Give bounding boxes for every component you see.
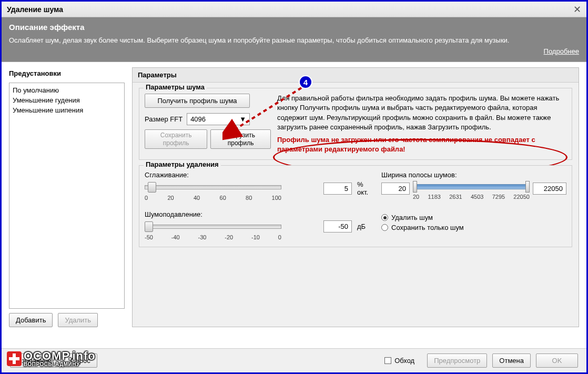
description-title: Описание эффекта [9, 23, 579, 32]
preset-item[interactable]: Уменьшение шипения [13, 105, 121, 115]
smoothing-slider[interactable]: 0 20 40 60 80 100 [145, 181, 281, 196]
reduction-unit: дБ [357, 223, 366, 230]
bandwidth-label: Ширина полосы шумов: [381, 171, 566, 179]
bandwidth-low-input[interactable] [381, 183, 410, 195]
removal-group-title: Параметры удаления [144, 160, 221, 168]
smoothing-input[interactable] [323, 183, 352, 195]
titlebar: Удаление шума ✕ [2, 2, 586, 17]
watermark-sub: ВОПРОСЫ АДМИНУ [24, 362, 96, 367]
radio-icon [381, 224, 388, 231]
profile-warning-text: Профиль шума не загружен или его частота… [277, 135, 566, 154]
bandwidth-high-input[interactable] [533, 183, 566, 195]
tick: 2631 [449, 194, 462, 200]
noise-params-group: Параметры шума Получить профиль шума Раз… [139, 88, 572, 160]
load-profile-button[interactable]: Загрузить профиль [210, 129, 271, 149]
bypass-label: Обход [394, 357, 414, 365]
bandwidth-range[interactable]: 20 1183 2631 4503 7295 22050 [413, 181, 530, 196]
smoothing-slider-thumb[interactable] [148, 182, 156, 193]
mode-keep-label: Сохранить только шум [391, 224, 464, 231]
ok-button[interactable]: OK [536, 353, 578, 368]
get-noise-profile-button[interactable]: Получить профиль шума [145, 94, 250, 108]
tick: 0 [278, 234, 281, 240]
bandwidth-thumb-high[interactable] [525, 181, 530, 193]
mode-keep-radio[interactable]: Сохранить только шум [381, 224, 566, 231]
mode-remove-label: Удалить шум [391, 214, 433, 221]
description-panel: Описание эффекта Ослабляет шум, делая зв… [2, 17, 586, 62]
watermark-main: OCOMP.info [24, 350, 96, 362]
smoothing-label: Сглаживание: [145, 171, 308, 179]
tick: 40 [194, 195, 200, 201]
tick: 20 [167, 195, 174, 201]
fft-label: Размер FFT [145, 115, 183, 123]
params-panel: Параметры Параметры шума Получить профил… [132, 67, 579, 327]
tick: 80 [246, 195, 252, 201]
smoothing-unit: % окт. [357, 180, 368, 196]
tick: 22050 [513, 194, 530, 200]
mode-remove-radio[interactable]: Удалить шум [381, 214, 566, 221]
tick: 60 [220, 195, 226, 201]
bypass-checkbox[interactable]: Обход [384, 357, 414, 365]
more-link[interactable]: Подробнее [544, 47, 579, 55]
presets-title: Предустановки [9, 67, 125, 79]
save-profile-button[interactable]: Сохранить профиль [145, 129, 207, 149]
preset-item[interactable]: Уменьшение гудения [13, 95, 121, 105]
preset-list[interactable]: По умолчанию Уменьшение гудения Уменьшен… [9, 83, 125, 309]
tick: 1183 [428, 194, 440, 200]
reduction-slider-thumb[interactable] [145, 221, 153, 232]
dialog-window: Удаление шума ✕ Описание эффекта Ослабля… [0, 0, 588, 374]
tick: 4503 [471, 194, 483, 200]
reduction-slider[interactable]: -50 -40 -30 -20 -10 0 [145, 220, 281, 235]
presets-panel: Предустановки По умолчанию Уменьшение гу… [9, 67, 125, 327]
params-title: Параметры [133, 68, 579, 83]
noise-group-title: Параметры шума [144, 83, 207, 91]
tick: 7295 [492, 194, 505, 200]
tick: 20 [413, 194, 419, 200]
reduction-input[interactable] [323, 220, 352, 233]
tick: -10 [251, 234, 260, 240]
removal-params-group: Параметры удаления Сглаживание: 0 [139, 165, 572, 247]
tick: 100 [272, 195, 281, 201]
remove-preset-button[interactable]: Удалить [58, 313, 98, 327]
noise-info-text: Для правильной работы фильтра необходимо… [277, 94, 566, 132]
annotation-badge-4: 4 [299, 75, 312, 89]
tick: -50 [145, 234, 153, 240]
window-title: Удаление шума [7, 5, 63, 14]
watermark: OCOMP.info ВОПРОСЫ АДМИНУ [7, 350, 96, 367]
add-preset-button[interactable]: Добавить [9, 313, 53, 327]
close-icon[interactable]: ✕ [573, 4, 581, 15]
radio-icon [381, 214, 388, 221]
plus-icon [7, 351, 22, 366]
reduction-label: Шумоподавление: [145, 210, 308, 218]
fft-value: 4096 [190, 115, 206, 123]
checkbox-icon [384, 357, 391, 364]
cancel-button[interactable]: Отмена [492, 353, 531, 368]
bandwidth-thumb-low[interactable] [413, 181, 417, 193]
description-text: Ослабляет шум, делая звук более чистым. … [9, 36, 579, 45]
tick: -20 [225, 234, 233, 240]
preview-button[interactable]: Предпросмотр [427, 353, 487, 368]
preset-item[interactable]: По умолчанию [13, 85, 121, 95]
fft-size-select[interactable]: 4096 ▼ [187, 113, 250, 125]
tick: -40 [171, 234, 180, 240]
tick: -30 [198, 234, 207, 240]
tick: 0 [145, 195, 148, 201]
chevron-down-icon: ▼ [239, 115, 246, 123]
